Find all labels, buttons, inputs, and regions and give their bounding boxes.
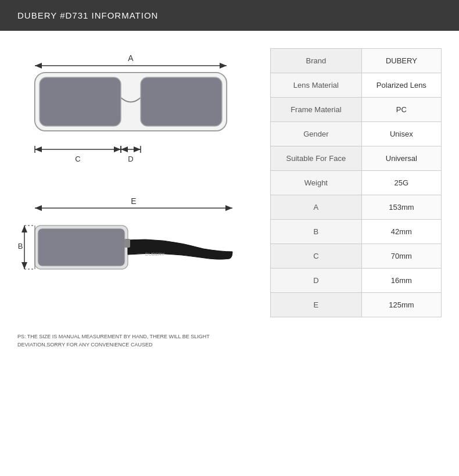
page-header: DUBERY #D731 INFORMATION xyxy=(0,0,459,31)
table-row: C70mm xyxy=(271,244,442,269)
spec-label: Suitable For Face xyxy=(271,146,362,171)
front-view-diagram: A C xyxy=(17,48,244,194)
side-view-diagram: E DUBERY B xyxy=(17,194,244,327)
spec-label: Brand xyxy=(271,49,362,73)
spec-value: 25G xyxy=(361,171,441,195)
table-row: B42mm xyxy=(271,220,442,244)
svg-rect-6 xyxy=(141,77,222,126)
spec-value: PC xyxy=(361,98,441,122)
svg-marker-29 xyxy=(21,262,27,269)
spec-value: DUBERY xyxy=(361,49,441,73)
dim-e-label: E xyxy=(131,196,136,206)
table-row: Suitable For FaceUniversal xyxy=(271,146,442,171)
spec-value: Polarized Lens xyxy=(361,73,441,98)
table-row: A153mm xyxy=(271,195,442,220)
table-row: D16mm xyxy=(271,269,442,293)
svg-marker-18 xyxy=(134,146,141,152)
svg-marker-21 xyxy=(225,205,232,211)
svg-marker-1 xyxy=(35,63,42,69)
spec-label: B xyxy=(271,220,362,244)
spec-label: Gender xyxy=(271,122,362,146)
svg-marker-28 xyxy=(21,226,27,232)
header-title: DUBERY #D731 INFORMATION xyxy=(17,10,158,20)
specs-panel: BrandDUBERYLens MaterialPolarized LensFr… xyxy=(270,48,442,349)
svg-marker-20 xyxy=(35,205,42,211)
spec-value: 70mm xyxy=(361,244,441,269)
left-panel: A C xyxy=(17,48,259,349)
svg-marker-2 xyxy=(220,63,227,69)
svg-marker-12 xyxy=(35,146,42,152)
dim-b-label: B xyxy=(18,242,23,250)
spec-value: 42mm xyxy=(361,220,441,244)
dim-d-label: D xyxy=(128,155,133,163)
brand-text-side: DUBERY xyxy=(145,252,165,257)
spec-label: Weight xyxy=(271,171,362,195)
specs-table: BrandDUBERYLens MaterialPolarized LensFr… xyxy=(270,48,442,317)
spec-label: A xyxy=(271,195,362,220)
measurement-note: PS: THE SIZE IS MANUAL MEASUREMENT BY HA… xyxy=(17,333,238,349)
table-row: Frame MaterialPC xyxy=(271,98,442,122)
svg-rect-25 xyxy=(124,239,130,248)
table-row: Weight25G xyxy=(271,171,442,195)
spec-label: Lens Material xyxy=(271,73,362,98)
svg-marker-13 xyxy=(114,146,121,152)
spec-label: E xyxy=(271,293,362,317)
spec-value: Unisex xyxy=(361,122,441,146)
spec-value: 16mm xyxy=(361,269,441,293)
dim-a-label: A xyxy=(128,53,134,63)
spec-value: 125mm xyxy=(361,293,441,317)
table-row: GenderUnisex xyxy=(271,122,442,146)
dim-c-label: C xyxy=(75,155,80,163)
svg-rect-5 xyxy=(40,77,121,126)
table-row: BrandDUBERY xyxy=(271,49,442,73)
table-row: Lens MaterialPolarized Lens xyxy=(271,73,442,98)
spec-label: D xyxy=(271,269,362,293)
svg-rect-23 xyxy=(38,228,125,266)
table-row: E125mm xyxy=(271,293,442,317)
spec-label: Frame Material xyxy=(271,98,362,122)
spec-value: Universal xyxy=(361,146,441,171)
spec-label: C xyxy=(271,244,362,269)
spec-value: 153mm xyxy=(361,195,441,220)
svg-marker-17 xyxy=(121,146,128,152)
